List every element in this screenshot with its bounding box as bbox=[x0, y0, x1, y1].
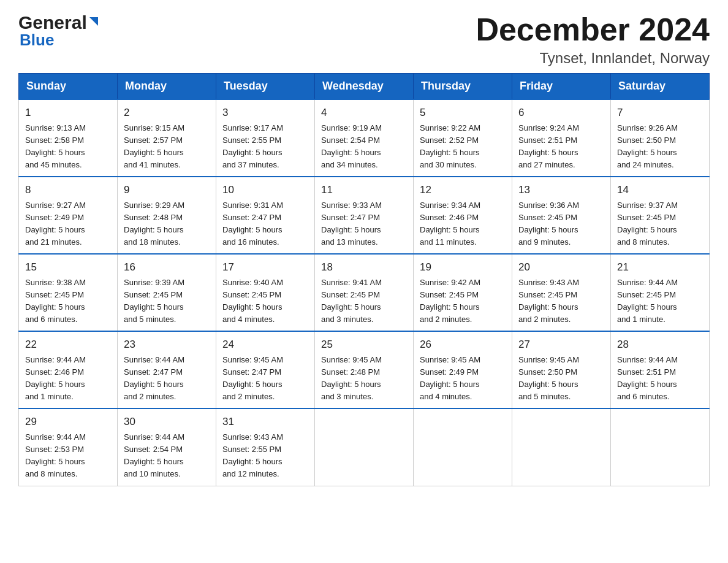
day-info: Sunrise: 9:31 AMSunset: 2:47 PMDaylight:… bbox=[222, 199, 308, 249]
page-header: General Blue December 2024 Tynset, Innla… bbox=[18, 12, 710, 67]
day-number: 21 bbox=[617, 259, 703, 275]
day-number: 25 bbox=[321, 337, 407, 353]
calendar-cell: 22Sunrise: 9:44 AMSunset: 2:46 PMDayligh… bbox=[19, 331, 118, 408]
daylight-text: Daylight: 5 hours bbox=[222, 148, 282, 157]
day-number: 10 bbox=[222, 182, 308, 198]
day-number: 24 bbox=[222, 337, 308, 353]
sunset-text: Sunset: 2:45 PM bbox=[518, 213, 577, 222]
day-number: 8 bbox=[25, 182, 111, 198]
sunset-text: Sunset: 2:46 PM bbox=[420, 213, 479, 222]
daylight-text: and 2 minutes. bbox=[124, 392, 176, 401]
sunrise-text: Sunrise: 9:31 AM bbox=[222, 201, 283, 210]
sunrise-text: Sunrise: 9:39 AM bbox=[124, 278, 184, 287]
sunset-text: Sunset: 2:58 PM bbox=[25, 136, 84, 145]
day-info: Sunrise: 9:41 AMSunset: 2:45 PMDaylight:… bbox=[321, 277, 407, 326]
day-info: Sunrise: 9:44 AMSunset: 2:47 PMDaylight:… bbox=[124, 354, 210, 404]
day-info: Sunrise: 9:34 AMSunset: 2:46 PMDaylight:… bbox=[420, 199, 506, 249]
sunrise-text: Sunrise: 9:45 AM bbox=[420, 355, 480, 364]
calendar-week-row: 1Sunrise: 9:13 AMSunset: 2:58 PMDaylight… bbox=[19, 99, 710, 177]
sunset-text: Sunset: 2:48 PM bbox=[124, 213, 183, 222]
sunset-text: Sunset: 2:47 PM bbox=[321, 213, 380, 222]
sunset-text: Sunset: 2:45 PM bbox=[617, 213, 676, 222]
day-number: 3 bbox=[222, 105, 308, 121]
sunset-text: Sunset: 2:51 PM bbox=[518, 136, 577, 145]
day-number: 26 bbox=[420, 337, 506, 353]
sunrise-text: Sunrise: 9:37 AM bbox=[617, 201, 678, 210]
location-subtitle: Tynset, Innlandet, Norway bbox=[476, 50, 710, 67]
calendar-table: SundayMondayTuesdayWednesdayThursdayFrid… bbox=[18, 73, 710, 486]
calendar-cell bbox=[512, 408, 611, 486]
daylight-text: Daylight: 5 hours bbox=[25, 380, 85, 389]
calendar-cell: 30Sunrise: 9:44 AMSunset: 2:54 PMDayligh… bbox=[118, 408, 216, 486]
calendar-cell: 2Sunrise: 9:15 AMSunset: 2:57 PMDaylight… bbox=[118, 99, 216, 177]
sunrise-text: Sunrise: 9:44 AM bbox=[25, 355, 86, 364]
sunrise-text: Sunrise: 9:43 AM bbox=[222, 432, 283, 442]
calendar-cell: 16Sunrise: 9:39 AMSunset: 2:45 PMDayligh… bbox=[118, 254, 216, 331]
day-info: Sunrise: 9:33 AMSunset: 2:47 PMDaylight:… bbox=[321, 199, 407, 249]
daylight-text: Daylight: 5 hours bbox=[25, 302, 85, 312]
logo-general-text: General bbox=[18, 12, 87, 33]
daylight-text: Daylight: 5 hours bbox=[222, 380, 282, 389]
daylight-text: and 1 minute. bbox=[617, 315, 665, 324]
calendar-cell: 17Sunrise: 9:40 AMSunset: 2:45 PMDayligh… bbox=[216, 254, 315, 331]
day-number: 4 bbox=[321, 105, 407, 121]
daylight-text: Daylight: 5 hours bbox=[25, 225, 85, 234]
day-number: 29 bbox=[25, 414, 111, 430]
day-number: 9 bbox=[124, 182, 210, 198]
logo-blue-text: Blue bbox=[18, 31, 54, 50]
sunset-text: Sunset: 2:47 PM bbox=[222, 213, 281, 222]
daylight-text: and 45 minutes. bbox=[25, 160, 82, 169]
calendar-cell: 10Sunrise: 9:31 AMSunset: 2:47 PMDayligh… bbox=[216, 177, 315, 254]
day-number: 22 bbox=[25, 337, 111, 353]
daylight-text: Daylight: 5 hours bbox=[617, 225, 677, 234]
sunrise-text: Sunrise: 9:45 AM bbox=[518, 355, 579, 364]
sunrise-text: Sunrise: 9:43 AM bbox=[518, 278, 579, 287]
calendar-cell: 23Sunrise: 9:44 AMSunset: 2:47 PMDayligh… bbox=[118, 331, 216, 408]
header-tuesday: Tuesday bbox=[216, 74, 315, 100]
sunrise-text: Sunrise: 9:36 AM bbox=[518, 201, 579, 210]
calendar-cell: 4Sunrise: 9:19 AMSunset: 2:54 PMDaylight… bbox=[315, 99, 414, 177]
sunrise-text: Sunrise: 9:29 AM bbox=[124, 201, 184, 210]
day-info: Sunrise: 9:45 AMSunset: 2:50 PMDaylight:… bbox=[518, 354, 604, 404]
day-number: 14 bbox=[617, 182, 703, 198]
day-number: 17 bbox=[222, 259, 308, 275]
daylight-text: Daylight: 5 hours bbox=[420, 380, 480, 389]
sunrise-text: Sunrise: 9:15 AM bbox=[124, 123, 184, 132]
day-number: 30 bbox=[124, 414, 210, 430]
sunset-text: Sunset: 2:48 PM bbox=[321, 367, 380, 377]
sunrise-text: Sunrise: 9:44 AM bbox=[617, 278, 678, 287]
logo-arrow-icon bbox=[87, 15, 100, 31]
daylight-text: and 8 minutes. bbox=[25, 469, 77, 478]
daylight-text: Daylight: 5 hours bbox=[124, 148, 184, 157]
sunrise-text: Sunrise: 9:40 AM bbox=[222, 278, 283, 287]
daylight-text: Daylight: 5 hours bbox=[617, 302, 677, 312]
day-number: 15 bbox=[25, 259, 111, 275]
day-number: 5 bbox=[420, 105, 506, 121]
daylight-text: Daylight: 5 hours bbox=[124, 457, 184, 466]
sunrise-text: Sunrise: 9:26 AM bbox=[617, 123, 678, 132]
calendar-cell bbox=[611, 408, 710, 486]
logo: General Blue bbox=[18, 12, 100, 50]
calendar-cell: 20Sunrise: 9:43 AMSunset: 2:45 PMDayligh… bbox=[512, 254, 611, 331]
day-number: 31 bbox=[222, 414, 308, 430]
calendar-cell: 6Sunrise: 9:24 AMSunset: 2:51 PMDaylight… bbox=[512, 99, 611, 177]
day-info: Sunrise: 9:39 AMSunset: 2:45 PMDaylight:… bbox=[124, 277, 210, 326]
calendar-cell: 14Sunrise: 9:37 AMSunset: 2:45 PMDayligh… bbox=[611, 177, 710, 254]
sunset-text: Sunset: 2:53 PM bbox=[25, 445, 84, 454]
daylight-text: and 9 minutes. bbox=[518, 237, 571, 247]
daylight-text: Daylight: 5 hours bbox=[518, 225, 578, 234]
header-saturday: Saturday bbox=[611, 74, 710, 100]
daylight-text: and 11 minutes. bbox=[420, 237, 477, 247]
daylight-text: Daylight: 5 hours bbox=[321, 225, 381, 234]
header-monday: Monday bbox=[118, 74, 216, 100]
daylight-text: Daylight: 5 hours bbox=[321, 380, 381, 389]
daylight-text: Daylight: 5 hours bbox=[518, 380, 578, 389]
daylight-text: Daylight: 5 hours bbox=[25, 457, 85, 466]
day-info: Sunrise: 9:27 AMSunset: 2:49 PMDaylight:… bbox=[25, 199, 111, 249]
daylight-text: and 30 minutes. bbox=[420, 160, 477, 169]
calendar-cell: 3Sunrise: 9:17 AMSunset: 2:55 PMDaylight… bbox=[216, 99, 315, 177]
day-number: 18 bbox=[321, 259, 407, 275]
sunset-text: Sunset: 2:55 PM bbox=[222, 136, 281, 145]
calendar-cell: 21Sunrise: 9:44 AMSunset: 2:45 PMDayligh… bbox=[611, 254, 710, 331]
daylight-text: and 2 minutes. bbox=[222, 392, 275, 401]
